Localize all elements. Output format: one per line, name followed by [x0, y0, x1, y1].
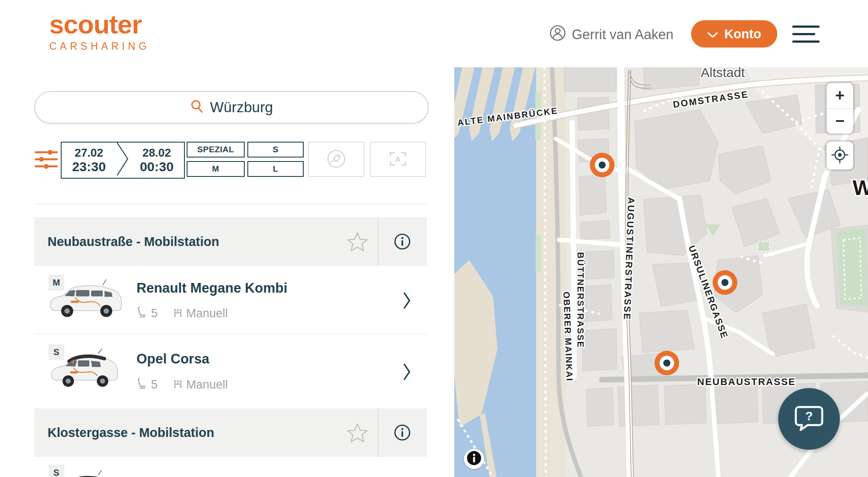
city-label-partial: W: [853, 176, 868, 199]
crosshair-icon: [831, 146, 849, 165]
car-row-renault-megane[interactable]: M Renault Megane Kombi: [34, 266, 427, 334]
favorite-star-icon[interactable]: [347, 422, 368, 444]
size-filter-spezial[interactable]: SPEZIAL: [187, 142, 245, 158]
zoom-in-button[interactable]: +: [827, 83, 853, 108]
divider: [34, 334, 427, 334]
chat-bubble-icon: ?: [794, 404, 824, 433]
svg-text:?: ?: [805, 409, 813, 423]
map-station-marker[interactable]: [721, 279, 728, 286]
area-label-altstadt: Altstadt: [701, 67, 745, 80]
size-badge: M: [48, 275, 64, 290]
size-filter-s[interactable]: S: [247, 142, 304, 158]
station-name: Klostergasse - Mobilstation: [48, 426, 214, 440]
car-specs: 5 Manuell: [136, 306, 228, 321]
map-station-marker[interactable]: [663, 360, 670, 367]
transmission-icon: [173, 378, 182, 392]
search-input[interactable]: Würzburg: [34, 91, 429, 124]
date-range-picker[interactable]: 27.02 23:30 28.02 00:30: [61, 142, 185, 179]
user-name: Gerrit van Aaken: [572, 27, 673, 43]
zoom-control: + −: [827, 83, 853, 133]
car-specs: 5 Manuell: [136, 378, 228, 392]
user-menu[interactable]: Gerrit van Aaken: [549, 25, 673, 45]
carsharing-app: scouter CARSHARING Gerrit van Aaken Kont…: [0, 0, 868, 477]
user-icon: [549, 25, 566, 45]
seat-count: 5: [151, 378, 158, 392]
station-info-icon[interactable]: [394, 424, 411, 443]
divider-dotted: [378, 408, 379, 457]
car-name: Renault Megane Kombi: [136, 280, 287, 296]
seat-count: 5: [151, 307, 158, 320]
info-icon: [467, 451, 482, 467]
transmission-label: Manuell: [186, 378, 228, 392]
chevron-right-icon: [403, 292, 411, 311]
locate-me-button[interactable]: [827, 142, 853, 169]
street-label-neubaustrasse: NEUBAUSTRASSE: [697, 376, 796, 387]
search-icon: [190, 99, 203, 115]
date-to: 28.02 00:30: [129, 143, 184, 178]
car-row-opel-corsa[interactable]: S Opel Corsa: [34, 334, 427, 407]
ev-plug-icon: [326, 149, 346, 170]
chevron-down-icon: [707, 27, 718, 41]
map-attribution-button[interactable]: [464, 449, 484, 469]
size-filter-l[interactable]: L: [247, 161, 304, 177]
konto-button[interactable]: Konto: [691, 20, 777, 48]
logo[interactable]: scouter CARSHARING: [49, 11, 150, 52]
divider: [34, 204, 427, 204]
search-value: Würzburg: [210, 99, 273, 116]
scan-frame-icon: A: [389, 151, 407, 168]
seat-icon: [136, 306, 147, 321]
logo-subtitle: CARSHARING: [49, 40, 150, 52]
station-header-klostergasse[interactable]: Klostergasse - Mobilstation: [34, 408, 427, 457]
street-label-buettnerstrasse: BÜTTNERSTRASSE: [576, 252, 585, 348]
map-station-marker[interactable]: [599, 161, 606, 169]
konto-label: Konto: [725, 27, 761, 41]
station-name: Neubaustraße - Mobilstation: [48, 235, 219, 249]
size-badge: S: [48, 465, 64, 477]
scan-plate-button[interactable]: A: [370, 142, 426, 177]
hamburger-menu-icon[interactable]: [792, 26, 820, 43]
seat-icon: [136, 378, 147, 392]
favorite-star-icon[interactable]: [347, 231, 368, 253]
logo-wordmark: scouter: [49, 11, 150, 38]
date-from: 27.02 23:30: [62, 143, 116, 178]
transmission-icon: [173, 307, 182, 320]
electric-filter-button[interactable]: [308, 142, 364, 177]
filter-settings-icon[interactable]: [34, 149, 58, 172]
station-info-icon[interactable]: [394, 233, 411, 252]
car-row-partial[interactable]: S: [34, 459, 427, 477]
chevron-right-icon: [403, 363, 411, 382]
size-badge: S: [48, 344, 64, 360]
divider-dotted: [378, 217, 379, 266]
station-header-neubaustrasse[interactable]: Neubaustraße - Mobilstation: [34, 217, 427, 266]
svg-text:A: A: [395, 155, 401, 163]
size-filter-m[interactable]: M: [187, 161, 245, 177]
car-name: Opel Corsa: [136, 351, 209, 367]
transmission-label: Manuell: [186, 307, 228, 320]
date-range-chevron: [116, 143, 129, 176]
zoom-out-button[interactable]: −: [827, 109, 853, 134]
help-chat-button[interactable]: ?: [778, 388, 840, 450]
